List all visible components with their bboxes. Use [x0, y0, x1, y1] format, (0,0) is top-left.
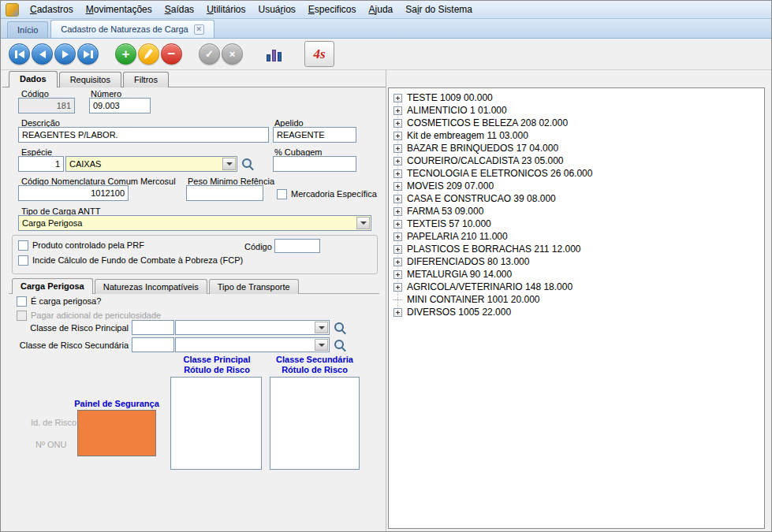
menu-item-utilitarios[interactable]: Utilitários [200, 1, 252, 18]
tab-tipo-de-transporte[interactable]: Tipo de Transporte [209, 279, 299, 294]
prf-codigo-field[interactable] [274, 239, 320, 253]
tree-expand-icon[interactable] [393, 270, 402, 279]
tree-expand-icon[interactable] [393, 94, 402, 102]
menu-item-saidas[interactable]: Saídas [159, 1, 200, 18]
first-record-button[interactable] [9, 43, 30, 65]
tab-naturezas-incompativeis[interactable]: Naturezas Incompatíveis [95, 279, 207, 294]
codigo-field: 181 [18, 98, 75, 113]
classe-principal-dropdown-icon[interactable] [315, 322, 328, 333]
rotulo-principal-listbox[interactable] [170, 377, 262, 470]
tree-expand-icon[interactable] [393, 220, 402, 229]
tree-expand-icon[interactable] [393, 169, 402, 178]
classe-secundaria-dropdown-icon[interactable] [315, 339, 328, 351]
peso-minimo-field[interactable] [186, 185, 263, 201]
tree-item[interactable]: DIFERENCIADOS 80 13.000 [390, 255, 763, 268]
tab-carga-perigosa[interactable]: Carga Perigosa [12, 278, 93, 294]
tree-expand-icon[interactable] [393, 195, 402, 203]
descricao-field[interactable]: REAGENTES P/LABOR. [18, 127, 269, 143]
tab-close-icon[interactable] [194, 24, 204, 35]
menu-item-especificos[interactable]: Especificos [302, 1, 363, 18]
tree-item[interactable]: COSMETICOS E BELEZA 208 02.000 [390, 117, 763, 129]
tree-item[interactable]: MINI CONTAINER 1001 20.000 [390, 293, 763, 306]
e-carga-perigosa-checkbox[interactable]: É carga perigosa? [17, 296, 101, 307]
menu-item-ajuda[interactable]: Ajuda [363, 1, 400, 18]
rotulo-secundaria-listbox[interactable] [270, 377, 360, 470]
classe-secundaria-combo[interactable] [175, 337, 330, 352]
cubagem-field[interactable] [273, 156, 356, 172]
tree-item[interactable]: DIVERSOS 1005 22.000 [390, 306, 763, 318]
tree-item[interactable]: PAPELARIA 210 11.000 [390, 230, 763, 243]
menu-item-usuarios[interactable]: Usuários [252, 1, 301, 18]
tree-expand-icon[interactable] [393, 157, 402, 166]
tree-item[interactable]: BAZAR E BRINQUEDOS 17 04.000 [390, 142, 763, 154]
tree-item-label: CASA E CONSTRUCAO 39 08.000 [405, 193, 558, 204]
tipo-carga-combo-dropdown-icon[interactable] [356, 217, 370, 229]
especie-search-icon[interactable] [241, 158, 255, 171]
tree-item[interactable]: CASA E CONSTRUCAO 39 08.000 [390, 192, 763, 205]
tree-item[interactable]: TESTE 1009 00.000 [390, 91, 763, 104]
checkbox-box-icon [17, 296, 27, 307]
especie-code-field[interactable]: 1 [18, 156, 64, 172]
tree-expand-icon[interactable] [393, 207, 402, 216]
menu-item-cadastros[interactable]: Cadastros [24, 1, 80, 18]
tree-item[interactable]: Kit de embreagem 11 03.000 [390, 129, 763, 142]
tab-filtros[interactable]: Filtros [123, 72, 169, 87]
edit-record-button[interactable] [138, 43, 159, 65]
classe-principal-combo[interactable] [175, 320, 330, 335]
apelido-field[interactable]: REAGENTE [273, 127, 356, 143]
tree-item-label: Kit de embreagem 11 03.000 [405, 130, 530, 141]
tree-item-label: FARMA 53 09.000 [405, 206, 485, 217]
classe-secundaria-search-icon[interactable] [334, 339, 347, 352]
tab-requisitos[interactable]: Requisitos [59, 72, 121, 87]
tab-cadastro-naturezas-carga[interactable]: Cadastro de Naturezas de Carga [50, 20, 214, 38]
tree-expand-icon[interactable] [393, 258, 402, 266]
chart-button[interactable] [261, 43, 286, 66]
tipo-carga-antt-combo[interactable]: Carga Perigosa [18, 215, 371, 231]
id-risco-label: Id. de Risco [31, 418, 76, 427]
tree-expand-icon[interactable] [393, 233, 402, 241]
checkbox-box-icon [18, 240, 28, 251]
toolbar-separator [244, 54, 258, 54]
fcp-checkbox[interactable]: Incide Cálculo de Fundo de Combate à Pob… [18, 255, 243, 266]
classe-secundaria-code-field[interactable] [132, 337, 174, 352]
delete-record-button[interactable]: − [161, 43, 182, 65]
tree-item[interactable]: AGRICOLA/VETERINARIO 148 18.000 [390, 281, 763, 293]
tree-item[interactable]: COUREIRO/CALCADISTA 23 05.000 [390, 154, 763, 167]
ncm-field[interactable]: 1012100 [18, 185, 129, 201]
numero-field[interactable]: 09.003 [89, 98, 151, 113]
insert-record-button[interactable]: + [115, 43, 136, 65]
next-record-button[interactable] [54, 43, 76, 65]
tree-item[interactable]: TEXTEIS 57 10.000 [390, 218, 763, 230]
especie-combo[interactable]: CAIXAS [65, 156, 237, 172]
classe-principal-code-field[interactable] [132, 320, 174, 335]
prior-record-button[interactable] [32, 43, 53, 65]
tree-expand-icon[interactable] [393, 106, 402, 115]
tree-item[interactable]: METALURGIA 90 14.000 [390, 268, 763, 281]
tree-expand-icon[interactable] [393, 144, 402, 153]
tree-item[interactable]: ALIMENTICIO 1 01.000 [390, 104, 763, 117]
mercadoria-especifica-checkbox[interactable]: Mercadoria Específica [277, 188, 377, 199]
tree-expand-icon[interactable] [393, 132, 402, 140]
tab-inicio[interactable]: Início [7, 21, 48, 38]
tree-expand-icon[interactable] [393, 308, 402, 317]
tree-item[interactable]: FARMA 53 09.000 [390, 205, 763, 218]
tree-expand-icon[interactable] [393, 119, 402, 128]
tree-expand-icon[interactable] [393, 283, 402, 292]
last-record-button[interactable] [77, 43, 99, 65]
tree-item[interactable]: MOVEIS 209 07.000 [390, 180, 763, 192]
classe-principal-search-icon[interactable] [334, 322, 347, 335]
toolbar: +−✓×4s [1, 39, 771, 70]
confirm-button[interactable]: ✓ [199, 43, 220, 65]
tab-dados[interactable]: Dados [9, 71, 58, 87]
especie-combo-dropdown-icon[interactable] [222, 158, 236, 170]
tree-expand-icon[interactable] [393, 182, 402, 191]
system-logo-button[interactable]: 4s [304, 41, 334, 67]
tree-expand-icon[interactable] [393, 245, 402, 254]
tree-item[interactable]: TECNOLOGIA E ELETRONICOS 26 06.000 [390, 167, 763, 180]
cancel-button[interactable]: × [222, 43, 243, 65]
menu-item-sair[interactable]: Sair do Sistema [399, 1, 479, 18]
prf-checkbox[interactable]: Produto controlado pela PRF [18, 240, 144, 251]
checkbox-box-icon [17, 311, 27, 321]
menu-item-movimentacoes[interactable]: Movimentações [80, 1, 159, 18]
tree-item[interactable]: PLASTICOS E BORRACHAS 211 12.000 [390, 243, 763, 255]
